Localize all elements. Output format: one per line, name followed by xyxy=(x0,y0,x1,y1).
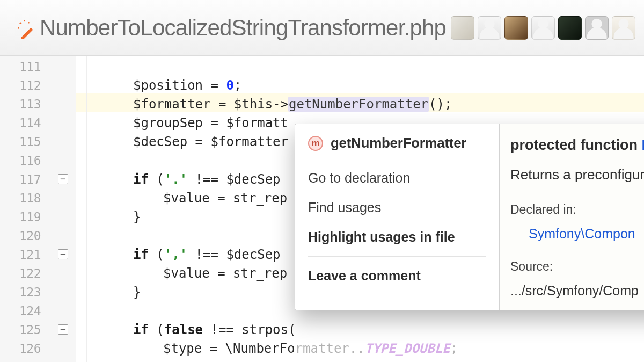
avatar[interactable] xyxy=(504,16,528,40)
svg-point-3 xyxy=(18,27,19,28)
symbol-popup: m getNumberFormatter Go to declaration F… xyxy=(295,124,644,310)
code-editor[interactable]: 111 112 113 114 115 116 117 118 119 120 … xyxy=(0,56,644,362)
line-number: 112 xyxy=(0,76,41,95)
line-number: 125 xyxy=(0,321,41,339)
popup-actions: m getNumberFormatter Go to declaration F… xyxy=(295,124,499,310)
method-reference[interactable]: getNumberFormatter xyxy=(288,97,429,112)
line-number: 124 xyxy=(0,302,41,321)
svg-rect-0 xyxy=(21,27,33,38)
fold-toggle[interactable]: − xyxy=(58,249,68,259)
line-number: 122 xyxy=(0,264,41,283)
file-title: NumberToLocalizedStringTransformer.php xyxy=(40,15,446,41)
line-number: 116 xyxy=(0,151,41,170)
svg-point-2 xyxy=(24,20,25,21)
popup-title-text: getNumberFormatter xyxy=(331,134,466,153)
indent-guide xyxy=(121,56,121,362)
svg-point-1 xyxy=(20,22,22,24)
declared-in-link[interactable]: Symfony\Compon xyxy=(529,225,644,243)
fold-toggle[interactable]: − xyxy=(58,324,68,335)
code-line[interactable]: if (false !== strpos( xyxy=(133,321,644,339)
line-number: 121 xyxy=(0,245,41,264)
magic-wand-icon xyxy=(15,17,36,39)
gutter: 111 112 113 114 115 116 117 118 119 120 … xyxy=(0,56,76,362)
line-number: 117 xyxy=(0,170,41,189)
action-go-to-declaration[interactable]: Go to declaration xyxy=(308,163,486,193)
avatar[interactable] xyxy=(612,16,635,40)
code-line[interactable]: $formatter = $this->getNumberFormatter()… xyxy=(133,95,644,114)
line-number: 123 xyxy=(0,283,41,302)
popup-title: m getNumberFormatter xyxy=(308,134,486,153)
declared-in-label: Declared in: xyxy=(510,200,644,219)
indent-guide xyxy=(86,56,87,362)
fold-toggle[interactable]: − xyxy=(58,174,68,184)
line-number: 120 xyxy=(0,227,41,245)
method-icon: m xyxy=(308,136,323,151)
avatar[interactable] xyxy=(531,16,555,40)
code-line[interactable]: $type = \NumberFormatter..TYPE_DOUBLE; xyxy=(163,339,644,358)
line-number: 111 xyxy=(0,57,41,76)
line-number: 118 xyxy=(0,189,41,208)
editor-tab-bar: NumberToLocalizedStringTransformer.php xyxy=(0,0,644,56)
action-highlight-usages[interactable]: Highlight usages in file xyxy=(308,222,486,252)
popup-doc: protected function N Returns a preconfig… xyxy=(499,124,644,310)
source-label: Source: xyxy=(510,257,644,276)
indent-guide xyxy=(104,56,104,362)
line-number: 115 xyxy=(0,133,41,151)
svg-point-4 xyxy=(28,22,30,24)
action-leave-comment[interactable]: Leave a comment xyxy=(308,261,486,291)
line-number: 126 xyxy=(0,339,41,358)
source-path: .../src/Symfony/Comp xyxy=(510,281,644,300)
avatar[interactable] xyxy=(478,16,501,40)
avatar[interactable] xyxy=(451,16,474,40)
action-find-usages[interactable]: Find usages xyxy=(308,193,486,222)
separator xyxy=(308,256,486,257)
doc-description: Returns a preconfigur xyxy=(510,165,644,184)
collaborator-avatars xyxy=(451,16,635,40)
avatar[interactable] xyxy=(558,16,582,40)
avatar[interactable] xyxy=(585,16,609,40)
signature: protected function N xyxy=(510,136,644,155)
line-number: 119 xyxy=(0,208,41,227)
code-line[interactable]: $position = 0; xyxy=(133,76,644,95)
line-number: 113 xyxy=(0,95,41,114)
line-number: 114 xyxy=(0,114,41,133)
